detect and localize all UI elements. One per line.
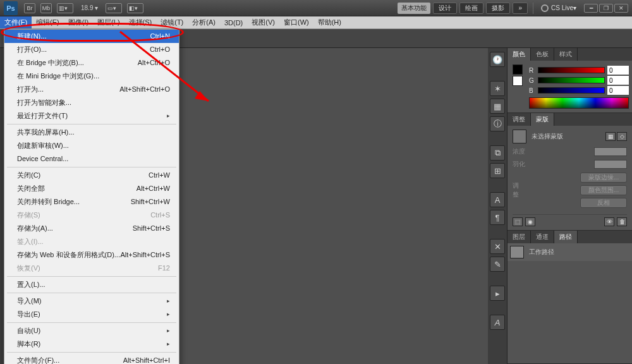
menu-edit[interactable]: 编辑(E)	[32, 16, 64, 28]
menu-window[interactable]: 窗口(W)	[279, 16, 313, 28]
menu-item-share-screen[interactable]: 共享我的屏幕(H)...	[4, 126, 179, 139]
menu-layer[interactable]: 图层(L)	[93, 16, 124, 28]
window-close-button[interactable]: ✕	[614, 4, 628, 13]
path-item-work-path[interactable]: 工作路径	[507, 243, 632, 261]
color-range-button[interactable]: 颜色范围...	[580, 185, 627, 195]
minibridge-icon[interactable]: Mb	[40, 3, 52, 13]
b-slider[interactable]	[538, 87, 605, 94]
menu-item-new-review[interactable]: 创建新审核(W)...	[4, 139, 179, 152]
density-label: 浓度	[513, 147, 525, 156]
dock-char-icon[interactable]: A	[490, 192, 505, 207]
path-thumb-icon	[510, 246, 524, 258]
tab-layers[interactable]: 图层	[507, 231, 531, 243]
menu-item-checkin[interactable]: 签入(I)...	[4, 235, 179, 248]
g-label: G	[529, 77, 535, 84]
menu-select[interactable]: 选择(S)	[125, 16, 157, 28]
color-panel: 颜色 色板 样式 R0 G0 B0	[507, 48, 632, 113]
menu-item-device-central[interactable]: Device Central...	[4, 152, 179, 166]
menu-item-mini-bridge[interactable]: 在 Mini Bridge 中浏览(G)...	[4, 70, 179, 83]
window-minimize-button[interactable]: ━	[584, 4, 598, 13]
menu-item-open-as[interactable]: 打开为...Alt+Shift+Ctrl+O	[4, 83, 179, 96]
g-input[interactable]: 0	[607, 76, 629, 85]
bridge-icon[interactable]: Br	[24, 3, 35, 13]
menu-filter[interactable]: 滤镜(T)	[156, 16, 188, 28]
dock-nav-icon[interactable]: ⊞	[490, 163, 505, 178]
r-slider[interactable]	[538, 67, 605, 73]
spectrum-bar[interactable]	[529, 97, 629, 109]
invert-button[interactable]: 反相	[580, 198, 627, 208]
dock-tools-icon[interactable]: ✕	[490, 239, 505, 254]
cs-live-button[interactable]: CS Live ▾	[541, 4, 576, 12]
dock-brush-icon[interactable]: ✶	[490, 81, 505, 96]
menu-item-browse-bridge[interactable]: 在 Bridge 中浏览(B)...Alt+Ctrl+O	[4, 56, 179, 70]
zoom-level[interactable]: 18.9 ▾	[81, 4, 98, 11]
mask-apply-icon[interactable]: ◉	[525, 217, 535, 226]
r-input[interactable]: 0	[607, 66, 629, 75]
dock-info-icon[interactable]: ⓘ	[490, 116, 505, 131]
tab-styles[interactable]: 样式	[554, 48, 578, 61]
g-slider[interactable]	[538, 77, 605, 83]
pixel-mask-icon[interactable]: ▦	[605, 132, 616, 141]
mask-status-text: 未选择蒙版	[532, 132, 563, 141]
menu-item-close-bridge[interactable]: 关闭并转到 Bridge...Shift+Ctrl+W	[4, 195, 179, 209]
menu-help[interactable]: 帮助(H)	[313, 16, 346, 28]
extras-dropdown[interactable]: ◧▾	[127, 3, 143, 13]
menu-item-revert[interactable]: 恢复(V)F12	[4, 262, 179, 275]
menu-item-import[interactable]: 导入(M)	[4, 294, 179, 308]
mask-delete-icon[interactable]: 🗑	[617, 217, 627, 226]
menu-item-open-smart[interactable]: 打开为智能对象...	[4, 96, 179, 109]
menu-item-open[interactable]: 打开(O)...Ctrl+O	[4, 43, 179, 56]
right-dock-strip: 🕐 ✶ ▦ ⓘ ⧉ ⊞ A ¶ ✕ ✎ ▸ A	[488, 48, 507, 364]
workspace-design-button[interactable]: 设计	[433, 3, 457, 14]
mask-load-icon[interactable]: ⬚	[513, 217, 523, 226]
menu-3d[interactable]: 3D(D)	[220, 16, 247, 28]
vector-mask-icon[interactable]: ◇	[617, 132, 627, 141]
workspace-more-button[interactable]: »	[513, 3, 528, 14]
foreground-swatch[interactable]	[513, 64, 523, 75]
workspace-photo-button[interactable]: 摄影	[486, 3, 510, 14]
menu-item-save-as[interactable]: 存储为(A)...Shift+Ctrl+S	[4, 222, 179, 235]
menu-item-file-info[interactable]: 文件简介(F)...Alt+Shift+Ctrl+I	[4, 354, 179, 364]
dock-presets-icon[interactable]: ✎	[490, 257, 505, 272]
title-bar: Ps Br Mb ▥▾ 18.9 ▾ ▭▾ ◧▾ 基本功能 设计 绘画 摄影 »…	[0, 0, 632, 16]
screen-mode-dropdown[interactable]: ▭▾	[106, 3, 122, 13]
menu-item-automate[interactable]: 自动(U)	[4, 324, 179, 337]
b-input[interactable]: 0	[607, 86, 629, 95]
workspace-essentials-button[interactable]: 基本功能	[398, 3, 430, 14]
menu-item-save-web[interactable]: 存储为 Web 和设备所用格式(D)...Alt+Shift+Ctrl+S	[4, 248, 179, 262]
dock-actions-icon[interactable]: ▸	[490, 286, 505, 301]
refine-label: 调整	[513, 181, 523, 199]
dock-clone-icon[interactable]: ⧉	[490, 145, 505, 161]
background-swatch[interactable]	[513, 76, 523, 86]
menu-item-close[interactable]: 关闭(C)Ctrl+W	[4, 169, 179, 182]
tab-paths[interactable]: 路径	[554, 231, 578, 243]
density-input[interactable]	[594, 147, 627, 156]
tab-adjustments[interactable]: 调整	[507, 113, 531, 126]
menu-view[interactable]: 视图(V)	[247, 16, 279, 28]
dock-history-icon[interactable]: 🕐	[490, 52, 505, 67]
window-restore-button[interactable]: ❐	[599, 4, 613, 13]
dock-text-icon[interactable]: A	[490, 315, 505, 330]
tab-color[interactable]: 颜色	[507, 48, 531, 61]
mask-edge-button[interactable]: 蒙版边缘...	[580, 173, 627, 183]
menu-analysis[interactable]: 分析(A)	[188, 16, 220, 28]
tab-masks[interactable]: 蒙版	[531, 113, 554, 126]
menu-item-close-all[interactable]: 关闭全部Alt+Ctrl+W	[4, 182, 179, 195]
tab-swatches[interactable]: 色板	[531, 48, 554, 61]
menu-item-recent[interactable]: 最近打开文件(T)	[4, 109, 179, 123]
menu-item-export[interactable]: 导出(E)	[4, 308, 179, 321]
menu-file[interactable]: 文件(F)	[0, 16, 32, 28]
workspace-paint-button[interactable]: 绘画	[459, 3, 483, 14]
mask-toggle-icon[interactable]: 👁	[604, 217, 614, 226]
tab-channels[interactable]: 通道	[531, 231, 554, 243]
mask-thumb[interactable]	[513, 130, 526, 143]
dock-brushpresets-icon[interactable]: ▦	[490, 99, 505, 114]
dock-para-icon[interactable]: ¶	[490, 210, 505, 225]
menu-item-new[interactable]: 新建(N)...Ctrl+N	[4, 30, 179, 43]
menu-item-scripts[interactable]: 脚本(R)	[4, 337, 179, 351]
menu-item-place[interactable]: 置入(L)...	[4, 278, 179, 291]
menu-item-save[interactable]: 存储(S)Ctrl+S	[4, 209, 179, 222]
menu-image[interactable]: 图像(I)	[64, 16, 93, 28]
arrange-docs-dropdown[interactable]: ▥▾	[57, 3, 73, 13]
feather-input[interactable]	[594, 160, 627, 169]
